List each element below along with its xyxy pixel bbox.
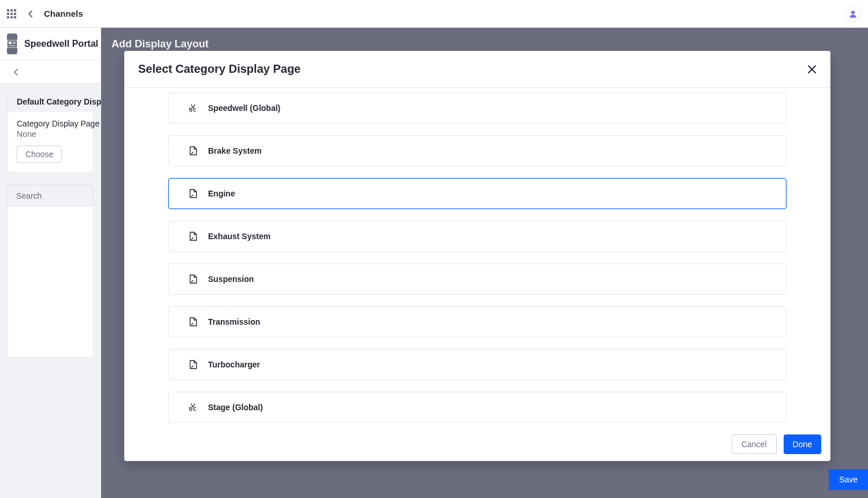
modal-body[interactable]: Speedwell (Global)Brake SystemEngineExha…	[124, 88, 830, 427]
save-button[interactable]: Save	[829, 469, 868, 490]
option-label: Exhaust System	[208, 232, 270, 241]
option-item[interactable]: Stage (Global)	[168, 392, 787, 423]
option-label: Brake System	[208, 146, 262, 155]
option-item[interactable]: Engine	[168, 178, 787, 209]
cancel-button[interactable]: Cancel	[732, 434, 777, 454]
option-item[interactable]: Transmission	[168, 306, 787, 337]
option-item[interactable]: Suspension	[168, 263, 787, 295]
option-label: Engine	[208, 189, 235, 198]
page-icon	[188, 317, 198, 326]
option-label: Turbocharger	[208, 360, 260, 369]
topbar: Channels	[0, 0, 868, 28]
portal-name: Speedwell Portal	[24, 39, 98, 49]
slideover-title: Add Display Layout	[112, 38, 209, 50]
option-item[interactable]: Turbocharger	[168, 349, 787, 380]
option-item[interactable]: Brake System	[168, 135, 787, 166]
option-item[interactable]: Speedwell (Global)	[168, 92, 787, 124]
search-input[interactable]: Search	[8, 185, 93, 207]
config-value: None	[17, 129, 84, 139]
config-label: Category Display Page	[17, 119, 84, 128]
option-item[interactable]: Exhaust System	[168, 221, 787, 252]
modal-header: Select Category Display Page	[124, 51, 830, 88]
page-icon	[188, 146, 198, 155]
done-button[interactable]: Done	[784, 434, 821, 454]
option-label: Transmission	[208, 317, 260, 326]
page-icon	[188, 232, 198, 241]
back-chevron-icon[interactable]	[28, 10, 34, 18]
choose-button[interactable]: Choose	[17, 146, 62, 163]
user-avatar-icon[interactable]	[845, 6, 861, 22]
page-icon	[188, 189, 198, 198]
abc-icon	[188, 403, 198, 412]
select-category-modal: Select Category Display Page Speedwell (…	[124, 51, 830, 461]
config-card-title: Default Category Display Page	[17, 97, 84, 106]
modal-footer: Cancel Done	[124, 427, 830, 461]
option-label: Speedwell (Global)	[208, 103, 280, 113]
apps-grid-icon[interactable]	[7, 9, 16, 18]
svg-rect-1	[7, 40, 17, 48]
sidebar: Speedwell Portal Default Category Displa…	[0, 28, 101, 498]
svg-rect-2	[9, 42, 12, 44]
config-card: Default Category Display Page Category D…	[7, 91, 94, 173]
close-icon[interactable]	[807, 65, 817, 74]
page-icon	[188, 360, 198, 369]
svg-point-0	[851, 10, 855, 14]
portal-icon	[7, 34, 17, 54]
sidebar-header: Speedwell Portal	[0, 28, 101, 61]
topbar-title: Channels	[44, 9, 83, 18]
option-label: Suspension	[208, 274, 254, 284]
option-label: Stage (Global)	[208, 403, 263, 412]
modal-title: Select Category Display Page	[138, 62, 301, 76]
page-icon	[188, 274, 198, 284]
sidebar-back-chevron-icon[interactable]	[0, 61, 101, 84]
abc-icon	[188, 103, 198, 113]
